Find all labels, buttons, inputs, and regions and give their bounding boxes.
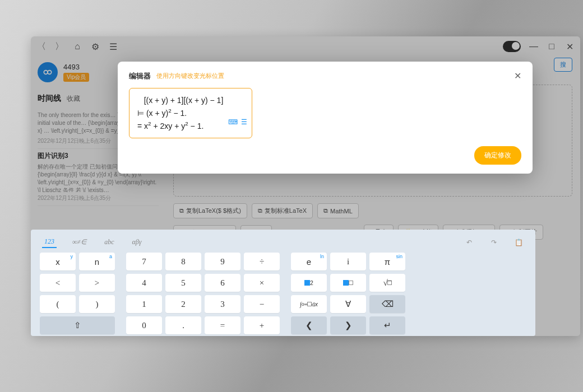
key-4[interactable]: 4 — [126, 274, 162, 292]
key-5[interactable]: 5 — [165, 274, 201, 292]
modal-title: 编辑器 — [129, 71, 151, 81]
confirm-button[interactable]: 确定修改 — [474, 146, 521, 165]
editor-modal: 编辑器 使用方向键改变光标位置 ✕ [(x + y) + 1][(x + y) … — [118, 62, 533, 174]
key-1[interactable]: 1 — [126, 295, 162, 313]
key-x[interactable]: xy — [40, 253, 76, 270]
key-7[interactable]: 7 — [126, 253, 162, 270]
kb-group-numpad: 7 8 9 ÷ 4 5 6 × 1 2 3 − 0 . = + — [126, 253, 280, 334]
key-dot[interactable]: . — [165, 316, 201, 334]
key-2[interactable]: 2 — [165, 295, 201, 313]
key-forall[interactable]: ∀ — [330, 295, 366, 313]
keyboard-tabs: 123 ∞≠∈ abc αβγ ↶ ↷ 📋 — [38, 234, 529, 253]
key-square[interactable]: 2 — [291, 274, 327, 292]
key-power[interactable] — [330, 274, 366, 292]
kb-tab-abc[interactable]: abc — [102, 237, 116, 248]
paste-icon[interactable]: 📋 — [513, 237, 524, 248]
keyboard-icon[interactable]: ⌨ — [228, 117, 238, 128]
key-sqrt[interactable]: √ — [369, 274, 405, 292]
key-n[interactable]: na — [79, 253, 115, 270]
key-right[interactable]: ❯ — [330, 316, 366, 334]
formula-line-1: [(x + y) + 1][(x + y) − 1] — [137, 94, 244, 106]
key-i[interactable]: i — [330, 253, 366, 270]
modal-hint: 使用方向键改变光标位置 — [156, 72, 224, 80]
key-backspace[interactable]: ⌫ — [369, 295, 405, 313]
key-gt[interactable]: > — [79, 274, 115, 292]
kb-group-vars: xy na < > ( ) ⇧ — [40, 253, 115, 334]
key-multiply[interactable]: × — [244, 274, 280, 292]
kb-tab-123[interactable]: 123 — [42, 236, 57, 248]
key-0[interactable]: 0 — [126, 316, 162, 334]
formula-editor[interactable]: [(x + y) + 1][(x + y) − 1] ⊨ (x + y)2 − … — [129, 88, 252, 138]
virtual-keyboard: 123 ∞≠∈ abc αβγ ↶ ↷ 📋 xy na < > ( ) ⇧ 7 … — [31, 230, 535, 336]
key-8[interactable]: 8 — [165, 253, 201, 270]
key-rparen[interactable]: ) — [79, 295, 115, 313]
kb-tab-greek[interactable]: αβγ — [129, 237, 144, 248]
key-left[interactable]: ❮ — [291, 316, 327, 334]
key-divide[interactable]: ÷ — [244, 253, 280, 270]
key-6[interactable]: 6 — [205, 274, 240, 292]
key-add[interactable]: + — [244, 316, 280, 334]
key-lt[interactable]: < — [40, 274, 76, 292]
menu-icon[interactable]: ☰ — [241, 117, 247, 128]
kb-tab-symbols[interactable]: ∞≠∈ — [70, 237, 89, 248]
kb-group-math: eln i πsin 2 √ ∫0∞ dx ∀ ⌫ ❮ ❯ ↵ — [291, 253, 405, 334]
key-pi[interactable]: πsin — [369, 253, 405, 270]
key-lparen[interactable]: ( — [40, 295, 76, 313]
key-9[interactable]: 9 — [205, 253, 240, 270]
key-3[interactable]: 3 — [205, 295, 240, 313]
modal-close-button[interactable]: ✕ — [514, 71, 521, 81]
key-e[interactable]: eln — [291, 253, 327, 270]
key-shift[interactable]: ⇧ — [40, 316, 115, 334]
undo-icon[interactable]: ↶ — [464, 237, 475, 248]
key-equals[interactable]: = — [205, 316, 240, 334]
key-integral[interactable]: ∫0∞ dx — [291, 295, 327, 313]
key-subtract[interactable]: − — [244, 295, 280, 313]
redo-icon[interactable]: ↷ — [488, 237, 499, 248]
key-enter[interactable]: ↵ — [369, 316, 405, 334]
